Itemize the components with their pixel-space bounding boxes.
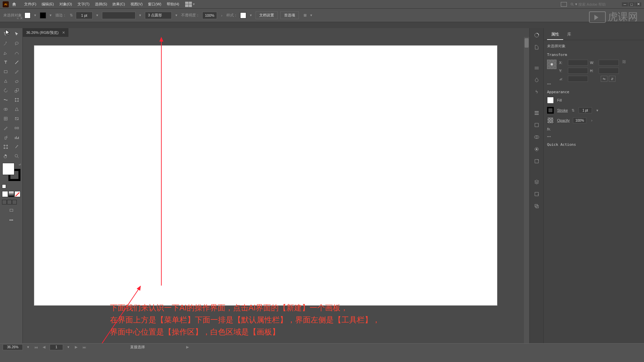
menu-view[interactable]: 视图(V)	[128, 0, 146, 8]
last-artboard[interactable]: ⏭	[82, 345, 87, 350]
appearance-panel-icon[interactable]	[533, 158, 540, 165]
align-icon[interactable]: ⊞	[304, 13, 307, 17]
asset-export-panel-icon[interactable]	[533, 190, 540, 198]
menu-select[interactable]: 选择(S)	[92, 0, 110, 8]
artboard-number[interactable]	[50, 344, 63, 350]
graphic-style-swatch[interactable]	[240, 12, 246, 18]
help-search[interactable]: ▾	[570, 2, 619, 6]
width-tool[interactable]	[0, 95, 11, 105]
swap-fill-stroke-icon[interactable]: ⤾	[18, 163, 21, 166]
opacity-panel-input[interactable]	[573, 117, 586, 123]
draw-normal[interactable]	[2, 200, 7, 204]
edit-toolbar[interactable]: •••	[0, 215, 22, 225]
symbols-panel-icon[interactable]	[533, 88, 540, 96]
menu-help[interactable]: 帮助(H)	[164, 0, 182, 8]
angle-input[interactable]	[568, 76, 588, 82]
fill-color-box[interactable]	[2, 163, 14, 175]
shaper-tool[interactable]	[0, 76, 11, 86]
stroke-stepper[interactable]: ⇅	[69, 13, 73, 17]
preferences-button[interactable]: 首选项	[280, 11, 299, 19]
rotate-tool[interactable]	[0, 86, 11, 95]
panel-collapse-bar[interactable]: « ✕	[0, 22, 644, 28]
canvas-area[interactable]: 36.26% (RGB/预览) ✕ 下面我们来认识一下AI的操作界面，点击AI界…	[23, 28, 529, 343]
opacity-panel-flyout[interactable]: ›	[590, 118, 594, 122]
draw-behind[interactable]	[7, 200, 12, 204]
flip-horizontal[interactable]: ⇋	[601, 76, 607, 82]
gradient-mode[interactable]	[8, 191, 14, 197]
default-fill-stroke[interactable]	[2, 184, 6, 188]
y-input[interactable]	[568, 68, 588, 74]
menu-effect[interactable]: 效果(C)	[110, 0, 127, 8]
maximize-button[interactable]: □	[629, 2, 635, 6]
next-artboard[interactable]: ▶	[74, 345, 78, 350]
zoom-level[interactable]	[3, 344, 23, 350]
variable-width-profile[interactable]	[102, 12, 136, 19]
gradient-tool[interactable]	[11, 114, 23, 123]
lasso-tool[interactable]	[11, 39, 23, 48]
stroke-label-link[interactable]: Stroke	[557, 108, 568, 112]
constrain-link-icon[interactable]: ⛓	[622, 60, 626, 64]
search-input[interactable]	[578, 2, 619, 6]
prev-artboard[interactable]: ◀	[42, 345, 46, 350]
stroke-swatch-panel[interactable]	[547, 107, 554, 114]
fill-dropdown[interactable]: ▾	[33, 13, 37, 17]
magic-wand-tool[interactable]	[0, 39, 11, 48]
swatches-panel-icon[interactable]	[533, 44, 540, 51]
line-segment-tool[interactable]	[11, 58, 23, 67]
brushes-panel-icon[interactable]	[533, 76, 540, 84]
fx-label[interactable]: fx.	[547, 127, 551, 131]
color-mode[interactable]	[2, 191, 8, 197]
stroke-weight-dropdown[interactable]: ▾	[95, 13, 99, 17]
home-icon[interactable]	[11, 1, 17, 8]
column-graph-tool[interactable]	[11, 133, 23, 142]
pen-tool[interactable]	[0, 48, 11, 58]
zoom-tool[interactable]	[11, 152, 23, 161]
menu-type[interactable]: 文字(T)	[75, 0, 92, 8]
tab-libraries[interactable]: 库	[563, 29, 575, 40]
document-tab[interactable]: 36.26% (RGB/预览) ✕	[23, 28, 68, 37]
curvature-tool[interactable]	[11, 48, 23, 58]
minimize-button[interactable]: ─	[622, 2, 628, 6]
menu-window[interactable]: 窗口(W)	[145, 0, 164, 8]
scale-tool[interactable]	[11, 86, 23, 95]
stroke-swatch[interactable]	[40, 12, 46, 18]
eyedropper-tool[interactable]	[0, 123, 11, 133]
w-input[interactable]	[599, 60, 619, 66]
menu-object[interactable]: 对象(O)	[57, 0, 75, 8]
vertical-scrollbar[interactable]	[524, 37, 529, 343]
opacity-label-link[interactable]: Opacity	[557, 118, 570, 122]
paintbrush-tool[interactable]	[11, 67, 23, 76]
arrange-dropdown[interactable]: ▾	[192, 2, 196, 6]
tab-properties[interactable]: 属性	[547, 29, 563, 40]
arrange-documents[interactable]	[185, 2, 192, 7]
transform-more-options[interactable]: •••	[547, 82, 637, 86]
stroke-dropdown[interactable]: ▾	[49, 13, 53, 17]
free-transform-tool[interactable]	[11, 95, 23, 105]
x-input[interactable]	[568, 60, 588, 66]
h-input[interactable]	[599, 68, 619, 74]
fill-stroke-control[interactable]: ⤾	[2, 163, 20, 181]
document-setup-button[interactable]: 文档设置	[256, 11, 278, 19]
tab-close-icon[interactable]: ✕	[62, 31, 65, 35]
opacity-flyout[interactable]: ›	[220, 13, 224, 17]
slice-tool[interactable]	[11, 142, 23, 152]
close-button[interactable]: ✕	[635, 2, 641, 6]
screen-mode[interactable]	[0, 206, 22, 215]
eraser-tool[interactable]	[11, 76, 23, 86]
fill-swatch-panel[interactable]	[547, 97, 554, 104]
shape-builder-tool[interactable]	[0, 105, 11, 114]
symbol-sprayer-tool[interactable]	[0, 133, 11, 142]
layers-panel-icon[interactable]	[533, 178, 540, 186]
stroke-panel-icon[interactable]	[533, 64, 540, 72]
workspace-switcher[interactable]	[561, 2, 567, 7]
none-mode[interactable]	[14, 191, 20, 197]
stroke-weight-input[interactable]	[76, 12, 93, 19]
draw-inside[interactable]	[12, 200, 17, 204]
selection-tool[interactable]	[0, 29, 11, 39]
fill-swatch[interactable]	[24, 12, 31, 18]
color-panel-icon[interactable]	[533, 32, 540, 39]
opacity-input[interactable]	[202, 12, 217, 19]
artboard-tool[interactable]	[0, 142, 11, 152]
mesh-tool[interactable]	[0, 114, 11, 123]
blend-tool[interactable]	[11, 123, 23, 133]
